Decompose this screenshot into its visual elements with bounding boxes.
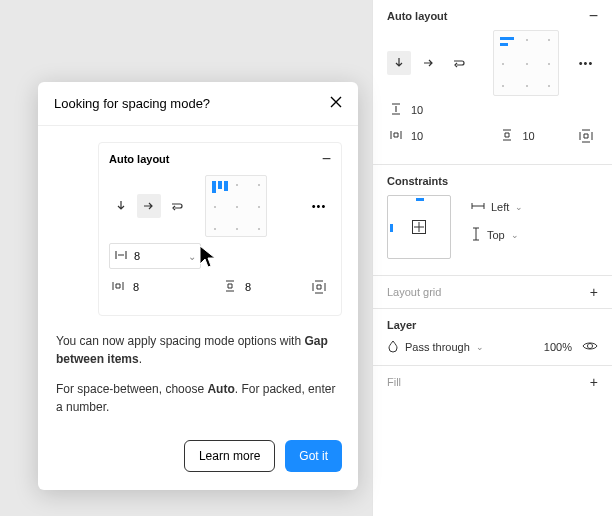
constraint-v-icon: [471, 227, 481, 243]
section-title: Layout grid: [387, 286, 441, 298]
gap-field[interactable]: 10: [387, 102, 451, 118]
add-layout-grid-button[interactable]: +: [590, 286, 598, 298]
section-title: Fill: [387, 376, 401, 388]
gap-vertical-icon: [387, 102, 405, 118]
padding-h-field[interactable]: 8: [109, 280, 179, 294]
add-fill-button[interactable]: +: [590, 376, 598, 388]
padding-v-value: 8: [245, 281, 251, 293]
individual-padding-button[interactable]: [574, 124, 598, 148]
onboarding-modal: Looking for spacing mode? Auto layout −: [38, 82, 358, 490]
close-button[interactable]: [330, 96, 342, 111]
section-auto-layout: Auto layout −: [373, 0, 612, 165]
mini-autolayout-panel: Auto layout −: [98, 142, 342, 316]
collapse-icon[interactable]: −: [589, 11, 598, 21]
padding-h-value: 8: [133, 281, 139, 293]
constraint-v-dropdown[interactable]: Top ⌄: [471, 227, 523, 243]
direction-horizontal-button[interactable]: [417, 51, 441, 75]
more-button[interactable]: •••: [574, 51, 598, 75]
section-layer: Layer Pass through ⌄ 100%: [373, 309, 612, 366]
padding-v-icon: [498, 128, 516, 144]
blend-mode-value: Pass through: [405, 341, 470, 353]
chevron-down-icon: ⌄: [515, 202, 523, 212]
section-title: Constraints: [387, 175, 448, 187]
padding-v-value: 10: [522, 130, 562, 142]
modal-title: Looking for spacing mode?: [54, 96, 210, 111]
padding-v-field[interactable]: 10: [498, 128, 568, 144]
inspector-panel: Auto layout −: [372, 0, 612, 516]
alignment-box[interactable]: [205, 175, 267, 237]
section-layout-grid: Layout grid +: [373, 276, 612, 309]
section-title: Auto layout: [387, 10, 448, 22]
gap-value: 8: [134, 250, 140, 262]
constraint-h-icon: [471, 201, 485, 213]
learn-more-button[interactable]: Learn more: [184, 440, 275, 472]
constraint-h-value: Left: [491, 201, 509, 213]
constraint-h-dropdown[interactable]: Left ⌄: [471, 201, 523, 213]
modal-body: You can now apply spacing mode options w…: [38, 316, 358, 416]
got-it-button[interactable]: Got it: [285, 440, 342, 472]
more-button[interactable]: •••: [307, 194, 331, 218]
constraint-v-value: Top: [487, 229, 505, 241]
chevron-down-icon: ⌄: [511, 230, 519, 240]
opacity-value[interactable]: 100%: [544, 341, 572, 353]
padding-h-field[interactable]: 10: [387, 129, 457, 143]
section-title: Auto layout: [109, 153, 170, 165]
blend-icon: [387, 339, 399, 355]
padding-v-field[interactable]: 8: [221, 279, 291, 295]
direction-vertical-button[interactable]: [109, 194, 133, 218]
blend-mode-dropdown[interactable]: Pass through ⌄: [387, 339, 484, 355]
direction-vertical-button[interactable]: [387, 51, 411, 75]
chevron-down-icon: ⌄: [188, 251, 196, 262]
direction-wrap-button[interactable]: [165, 194, 189, 218]
gap-input[interactable]: 8 ⌄: [109, 243, 201, 269]
visibility-icon[interactable]: [582, 340, 598, 355]
individual-padding-button[interactable]: [307, 275, 331, 299]
section-fill: Fill +: [373, 366, 612, 398]
padding-h-icon: [387, 129, 405, 143]
chevron-down-icon: ⌄: [476, 342, 484, 352]
section-constraints: Constraints Left ⌄ Top ⌄: [373, 165, 612, 276]
padding-v-icon: [221, 279, 239, 295]
direction-horizontal-button[interactable]: [137, 194, 161, 218]
padding-h-value: 10: [411, 130, 451, 142]
alignment-box[interactable]: [493, 30, 559, 96]
direction-wrap-button[interactable]: [447, 51, 471, 75]
collapse-icon[interactable]: −: [322, 154, 331, 164]
gap-value: 10: [411, 104, 451, 116]
section-title: Layer: [387, 319, 416, 331]
padding-h-icon: [109, 280, 127, 294]
constraints-box[interactable]: [387, 195, 451, 259]
gap-horizontal-icon: [114, 249, 128, 263]
